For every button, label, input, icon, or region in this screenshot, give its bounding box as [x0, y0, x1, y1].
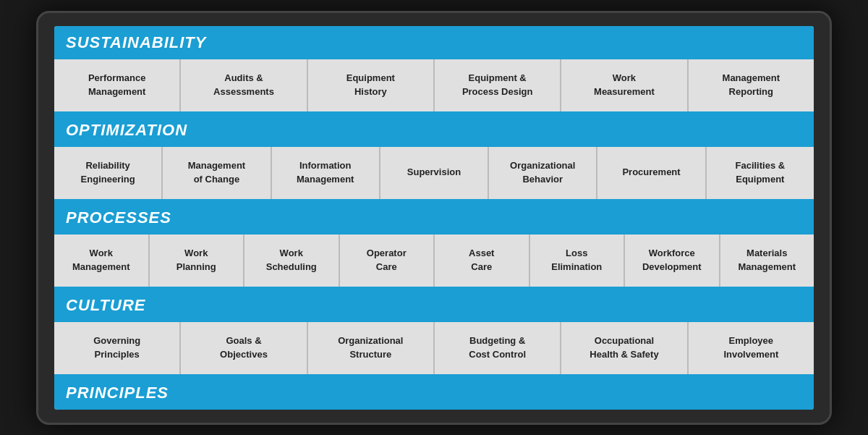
tablet-frame: SUSTAINABILITYPerformanceManagementAudit…: [36, 11, 832, 425]
section-header-processes: PROCESSES: [54, 201, 814, 235]
section-header-sustainability: SUSTAINABILITY: [54, 26, 814, 59]
item-cell-processes-3[interactable]: OperatorCare: [340, 235, 435, 287]
item-cell-processes-7[interactable]: MaterialsManagement: [720, 235, 814, 287]
item-cell-processes-0[interactable]: WorkManagement: [54, 235, 150, 287]
section-items-sustainability: PerformanceManagementAudits &Assessments…: [54, 59, 814, 114]
item-cell-culture-4[interactable]: OccupationalHealth & Safety: [561, 322, 688, 374]
item-cell-sustainability-0[interactable]: PerformanceManagement: [54, 59, 181, 111]
item-cell-sustainability-1[interactable]: Audits &Assessments: [181, 59, 307, 111]
item-cell-optimization-5[interactable]: Procurement: [597, 147, 706, 199]
item-cell-sustainability-3[interactable]: Equipment &Process Design: [435, 59, 561, 111]
section-title-sustainability: SUSTAINABILITY: [66, 33, 206, 51]
section-items-culture: GoverningPrinciplesGoals &ObjectivesOrga…: [54, 322, 814, 376]
item-cell-processes-4[interactable]: AssetCare: [435, 235, 530, 287]
item-cell-processes-6[interactable]: WorkforceDevelopment: [625, 235, 720, 287]
item-cell-culture-2[interactable]: OrganizationalStructure: [308, 322, 435, 374]
item-cell-processes-5[interactable]: LossElimination: [530, 235, 626, 287]
section-header-principles: PRINCIPLES: [54, 376, 814, 410]
item-cell-culture-5[interactable]: EmployeeInvolvement: [689, 322, 814, 374]
item-cell-sustainability-4[interactable]: WorkMeasurement: [561, 59, 688, 111]
section-title-principles: PRINCIPLES: [66, 384, 169, 402]
item-cell-culture-1[interactable]: Goals &Objectives: [181, 322, 307, 374]
item-cell-sustainability-2[interactable]: EquipmentHistory: [308, 59, 435, 111]
item-cell-optimization-6[interactable]: Facilities &Equipment: [707, 147, 814, 199]
item-cell-sustainability-5[interactable]: ManagementReporting: [689, 59, 814, 111]
item-cell-optimization-3[interactable]: Supervision: [380, 147, 489, 199]
item-cell-optimization-1[interactable]: Managementof Change: [163, 147, 271, 199]
item-cell-optimization-0[interactable]: ReliabilityEngineering: [54, 147, 163, 199]
item-cell-processes-2[interactable]: WorkScheduling: [244, 235, 340, 287]
item-cell-culture-0[interactable]: GoverningPrinciples: [54, 322, 181, 374]
section-title-processes: PROCESSES: [66, 208, 171, 227]
section-header-culture: CULTURE: [54, 289, 814, 322]
section-title-culture: CULTURE: [66, 296, 145, 314]
item-cell-optimization-2[interactable]: InformationManagement: [272, 147, 380, 199]
item-cell-optimization-4[interactable]: OrganizationalBehavior: [489, 147, 597, 199]
item-cell-processes-1[interactable]: WorkPlanning: [150, 235, 245, 287]
item-cell-culture-3[interactable]: Budgeting &Cost Control: [435, 322, 561, 374]
section-items-optimization: ReliabilityEngineeringManagementof Chang…: [54, 147, 814, 201]
content-area: SUSTAINABILITYPerformanceManagementAudit…: [54, 26, 814, 410]
section-items-processes: WorkManagementWorkPlanningWorkScheduling…: [54, 235, 814, 289]
section-title-optimization: OPTIMIZATION: [66, 121, 187, 139]
section-header-optimization: OPTIMIZATION: [54, 114, 814, 147]
